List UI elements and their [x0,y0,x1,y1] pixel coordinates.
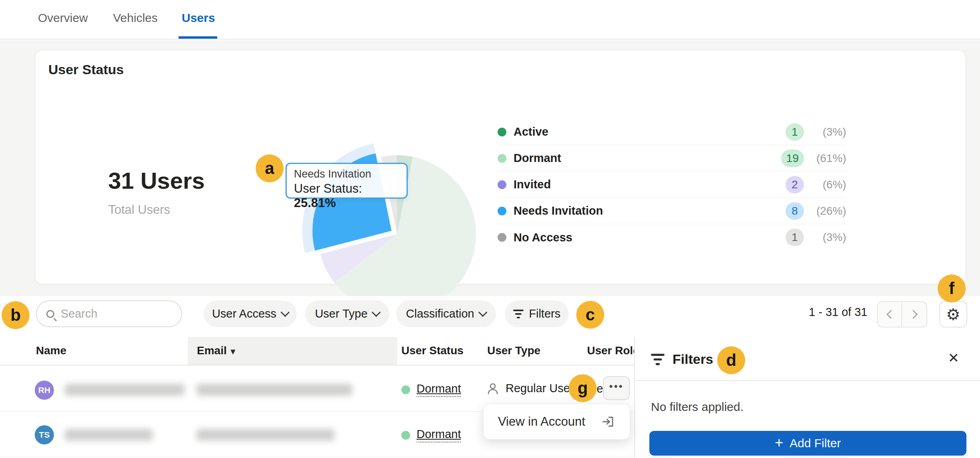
chip-label: User Type [315,307,368,320]
blurred-email [196,384,352,396]
tab-overview[interactable]: Overview [38,11,88,25]
legend-item-dormant[interactable]: Dormant 19 (61%) [498,145,846,172]
previous-page-button[interactable] [878,302,902,327]
chevron-down-icon [281,308,290,317]
user-status-cell: Dormant [401,428,461,442]
legend-label: Dormant [514,152,561,165]
chevron-down-icon [478,308,488,317]
menu-item-view-in-account[interactable]: View in Account [498,415,585,429]
legend-item-needs-invitation[interactable]: Needs Invitation 8 (26%) [498,198,846,224]
chart-tooltip: Needs Invitation User Status: 25.81% [286,163,408,199]
legend-percent: (6%) [809,178,846,191]
legend-percent: (61%) [809,152,846,165]
legend-item-no-access[interactable]: No Access 1 (3%) [498,224,846,251]
legend-label: Active [514,125,548,138]
filters-panel: Filters ✕ No filters applied. + Add Filt… [634,337,980,458]
column-header-name[interactable]: Name [36,344,66,357]
add-filter-label: Add Filter [790,436,841,450]
column-header-user-role[interactable]: User Role [587,344,639,357]
chart-legend: Active 1 (3%) Dormant 19 (61%) Invited 2… [498,119,846,251]
users-table: Name Email▾ User Status User Type User R… [0,337,634,458]
annotation-badge-d: d [717,346,745,374]
user-type-value: Regular User [506,382,574,395]
legend-item-active[interactable]: Active 1 (3%) [498,119,846,145]
tab-users[interactable]: Users [182,11,215,25]
legend-percent: (26%) [809,205,846,217]
row-actions-button[interactable]: ••• [603,376,630,400]
chevron-down-icon [372,308,381,317]
user-status-card: User Status 31 Users Total Users Needs I… [35,50,966,284]
pagination-range: 1 - 31 of 31 [809,306,867,319]
filter-icon [651,353,665,365]
legend-dot-icon [498,128,506,136]
tooltip-value: 25.81% [294,196,336,210]
annotation-badge-b: b [2,301,30,329]
user-type-dropdown[interactable]: User Type [305,300,389,327]
legend-dot-icon [498,233,506,242]
search-input[interactable] [61,307,169,320]
active-tab-underline [179,36,217,39]
filters-panel-title: Filters [673,351,713,367]
blurred-name [65,429,153,441]
user-access-dropdown[interactable]: User Access [204,300,297,327]
filters-button[interactable]: Filters [505,300,569,327]
table-settings-button[interactable]: ⚙ [939,301,967,328]
tab-vehicles[interactable]: Vehicles [113,11,158,25]
chip-label: User Access [212,307,276,320]
chevron-right-icon [909,310,918,319]
legend-dot-icon [498,180,506,189]
tooltip-series-label: Needs Invitation [294,168,399,180]
card-title: User Status [48,62,124,77]
legend-item-invited[interactable]: Invited 2 (6%) [498,172,846,198]
column-header-user-type[interactable]: User Type [487,344,540,357]
total-users-block: 31 Users Total Users [108,167,205,217]
classification-dropdown[interactable]: Classification [396,300,496,327]
blurred-email [196,429,334,441]
person-icon [486,382,499,395]
legend-percent: (3%) [809,126,846,138]
legend-percent: (3%) [809,231,846,244]
annotation-badge-a: a [256,154,284,182]
legend-label: Invited [514,178,551,191]
row-divider [0,457,634,457]
user-type-cell: Regular User [486,382,574,395]
user-status-value[interactable]: Dormant [417,428,461,442]
search-box[interactable] [36,300,182,327]
filters-panel-header: Filters ✕ [635,337,980,381]
column-header-email[interactable]: Email▾ [197,344,235,357]
next-page-button[interactable] [902,302,926,327]
legend-count-badge: 1 [786,229,804,246]
status-dot-icon [401,431,410,440]
tabs-bar: Overview Vehicles Users [0,0,980,39]
legend-count-badge: 1 [786,123,804,141]
tooltip-value-line: User Status: 25.81% [294,182,399,210]
annotation-badge-g: g [569,374,597,402]
gear-icon: ⚙ [946,306,960,322]
app-screen: Overview Vehicles Users User Status 31 U… [0,0,980,458]
status-dot-icon [401,385,410,394]
user-role-partial-value: e [597,382,603,395]
legend-label: Needs Invitation [514,204,603,217]
filter-icon [513,310,524,318]
filters-button-label: Filters [529,307,561,320]
legend-label: No Access [514,231,572,244]
add-filter-button[interactable]: + Add Filter [649,431,966,456]
annotation-badge-c: c [576,301,604,329]
chip-label: Classification [406,307,474,320]
table-toolbar: User Access User Type Classification Fil… [0,296,980,337]
column-header-user-status[interactable]: User Status [401,344,464,357]
table-header-row: Name Email▾ User Status User Type User R… [0,337,634,365]
close-icon[interactable]: ✕ [948,350,960,366]
legend-count-badge: 19 [781,150,804,167]
avatar: TS [35,425,54,444]
user-status-value[interactable]: Dormant [417,382,461,397]
legend-count-badge: 2 [786,176,804,193]
sort-desc-icon: ▾ [231,346,235,356]
annotation-badge-f: f [938,274,966,302]
avatar: RH [35,381,54,400]
total-users-count: 31 Users [108,167,205,194]
legend-count-badge: 8 [786,202,804,220]
row-actions-menu: View in Account [483,404,630,440]
blurred-name [65,384,184,396]
legend-dot-icon [498,154,506,163]
